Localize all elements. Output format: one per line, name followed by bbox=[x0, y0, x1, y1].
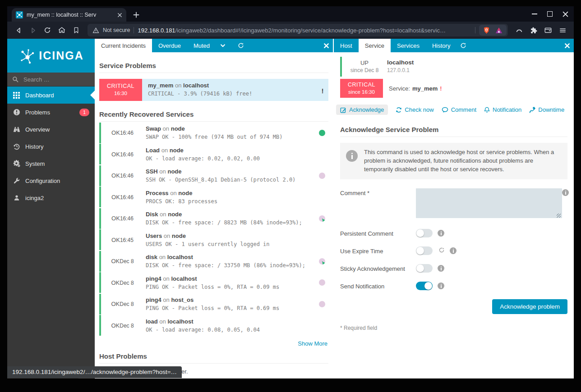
icinga-favicon-icon bbox=[16, 11, 23, 18]
comment-field-row: Comment * bbox=[340, 188, 567, 220]
list-item[interactable]: OKDec 8 load on localhostOK - load avera… bbox=[99, 315, 328, 336]
host-name[interactable]: localhost bbox=[183, 82, 209, 89]
bookmark-icon[interactable] bbox=[69, 23, 83, 37]
unhandled-flag: ! bbox=[317, 79, 328, 101]
home-icon[interactable] bbox=[55, 23, 69, 37]
sidebar-item-overview[interactable]: Overview bbox=[7, 121, 95, 138]
close-pane-icon[interactable] bbox=[560, 39, 574, 52]
tab-host[interactable]: Host bbox=[334, 39, 359, 52]
sidebar: ICINGA Dashboard Problems bbox=[7, 39, 95, 378]
gears-icon bbox=[13, 160, 20, 167]
expire-time-toggle[interactable] bbox=[416, 246, 433, 255]
check-now-action[interactable]: Check now bbox=[396, 106, 433, 113]
list-item[interactable]: OK16:46 Process on nodePROCS OK: 83 proc… bbox=[99, 187, 328, 207]
action-links: Acknowledge Check now Comment Notif bbox=[340, 105, 567, 115]
service-name[interactable]: my_mem bbox=[412, 85, 438, 92]
sidebar-item-history[interactable]: History bbox=[7, 138, 95, 155]
downtime-action[interactable]: Downtime bbox=[529, 106, 564, 113]
service-name[interactable]: my_mem bbox=[148, 82, 173, 89]
expire-time-row: Use Expire Time bbox=[340, 246, 567, 255]
url-text: 192.168.0.181/icingaweb2/dashboard#!/ici… bbox=[138, 27, 471, 34]
sticky-toggle[interactable] bbox=[416, 264, 433, 273]
tab-overdue[interactable]: Overdue bbox=[152, 39, 187, 52]
refresh-icon[interactable] bbox=[234, 39, 248, 52]
form-title: Acknowledge Service Problem bbox=[340, 126, 567, 137]
comment-textarea[interactable] bbox=[416, 188, 562, 218]
acknowledge-action[interactable]: Acknowledge bbox=[336, 105, 388, 115]
host-address: 127.0.0.1 bbox=[387, 67, 414, 73]
list-item[interactable]: OK16:45 Users on nodeUSERS OK - 1 users … bbox=[99, 229, 328, 250]
vpn-arc-icon[interactable] bbox=[512, 23, 526, 37]
perfdata-pie-icon bbox=[319, 130, 325, 136]
brave-shield-icon[interactable] bbox=[483, 27, 490, 34]
wallet-icon[interactable] bbox=[541, 23, 555, 37]
window-close-icon[interactable] bbox=[563, 11, 568, 17]
perfdata-pie-icon bbox=[319, 215, 325, 222]
sidebar-item-problems[interactable]: Problems 1 bbox=[7, 104, 95, 121]
tab-services[interactable]: Services bbox=[391, 39, 426, 52]
tab-close-icon[interactable] bbox=[117, 13, 122, 18]
service-problem-row[interactable]: CRITICAL 16:30 my_mem on localhost CRITI… bbox=[99, 79, 328, 101]
info-icon[interactable] bbox=[562, 189, 569, 196]
perfdata-pie-icon bbox=[319, 301, 325, 307]
list-item[interactable]: OK16:46 Disk on nodeDISK OK - free space… bbox=[99, 208, 328, 229]
comment-action[interactable]: Comment bbox=[442, 106, 476, 113]
sidebar-item-label: Overview bbox=[25, 126, 50, 133]
host-name[interactable]: localhost bbox=[387, 57, 414, 66]
browser-status-bar: 192.168.0.181/icingaweb2/…/acknowledge-p… bbox=[7, 366, 182, 378]
list-item[interactable]: OKDec 8 ping4 on host_osPING OK - Packet… bbox=[99, 294, 328, 315]
perfdata-pie-icon bbox=[319, 173, 325, 179]
sidebar-item-dashboard[interactable]: Dashboard bbox=[7, 87, 95, 104]
list-item[interactable]: OKDec 8 ping4 on localhostPING OK - Pack… bbox=[99, 272, 328, 293]
sticky-row: Sticky Acknowledgement bbox=[340, 264, 567, 273]
info-icon[interactable] bbox=[438, 265, 444, 272]
url-path: /icingaweb2/dashboard#!/icingaweb2/monit… bbox=[175, 27, 446, 34]
sidebar-item-label: Dashboard bbox=[25, 92, 54, 99]
url-bar[interactable]: Not secure 192.168.0.181/icingaweb2/dash… bbox=[88, 24, 508, 36]
list-item[interactable]: OK16:46 Load on nodeOK - load average: 0… bbox=[99, 144, 328, 164]
persistent-comment-label: Persistent Comment bbox=[340, 229, 416, 237]
notification-action[interactable]: Notification bbox=[484, 106, 521, 113]
info-icon[interactable] bbox=[438, 230, 444, 237]
sidebar-item-user[interactable]: icinga2 bbox=[7, 189, 95, 206]
info-icon[interactable] bbox=[438, 283, 444, 289]
list-item[interactable]: OKDec 8 disk on localhostDISK OK - free … bbox=[99, 251, 328, 272]
sidebar-search[interactable] bbox=[7, 73, 95, 87]
info-icon[interactable] bbox=[450, 247, 456, 254]
show-more-link[interactable]: Show More bbox=[99, 340, 327, 347]
chevron-down-icon[interactable] bbox=[216, 39, 230, 52]
sidebar-item-label: icinga2 bbox=[25, 195, 44, 201]
acknowledge-problem-button[interactable]: Acknowledge problem bbox=[492, 299, 567, 314]
sidebar-item-configuration[interactable]: Configuration bbox=[7, 172, 95, 189]
send-notification-toggle[interactable] bbox=[416, 282, 433, 290]
maximize-icon[interactable] bbox=[547, 11, 553, 17]
browser-tab[interactable]: my_mem :: localhost :: Serv bbox=[12, 8, 126, 22]
reload-icon[interactable] bbox=[41, 23, 54, 37]
minimize-icon[interactable] bbox=[532, 14, 537, 14]
list-item[interactable]: OK16:46 Swap on nodeSWAP OK - 100% free … bbox=[99, 123, 328, 143]
tab-history[interactable]: History bbox=[426, 39, 456, 52]
refresh-icon[interactable] bbox=[456, 39, 470, 52]
send-notification-label: Send Notification bbox=[340, 282, 416, 290]
persistent-comment-toggle[interactable] bbox=[416, 229, 433, 237]
menu-hamburger-icon[interactable] bbox=[556, 23, 569, 37]
speech-bubble-icon bbox=[442, 107, 448, 113]
tab-muted[interactable]: Muted bbox=[187, 39, 216, 52]
forward-icon[interactable] bbox=[26, 23, 40, 37]
detail-column: Host Service Services History UP since D… bbox=[333, 39, 574, 378]
icinga-logo[interactable]: ICINGA bbox=[7, 39, 95, 73]
host-problems-heading: Host Problems bbox=[99, 352, 328, 364]
list-item[interactable]: OK16:46 SSH on nodeSSH OK - OpenSSH_8.4p… bbox=[99, 165, 328, 186]
perfdata-pie-icon bbox=[319, 279, 325, 286]
back-icon[interactable] bbox=[12, 23, 25, 37]
extensions-puzzle-icon[interactable] bbox=[527, 23, 540, 37]
sidebar-item-system[interactable]: System bbox=[7, 155, 95, 172]
new-tab-button[interactable] bbox=[130, 8, 143, 22]
bat-rewards-icon[interactable] bbox=[495, 27, 503, 34]
tab-service[interactable]: Service bbox=[359, 39, 391, 52]
tab-current-incidents[interactable]: Current Incidents bbox=[95, 39, 152, 52]
close-pane-icon[interactable] bbox=[319, 39, 333, 52]
search-input[interactable] bbox=[23, 76, 83, 83]
search-icon bbox=[12, 76, 18, 82]
bell-icon bbox=[484, 107, 490, 113]
